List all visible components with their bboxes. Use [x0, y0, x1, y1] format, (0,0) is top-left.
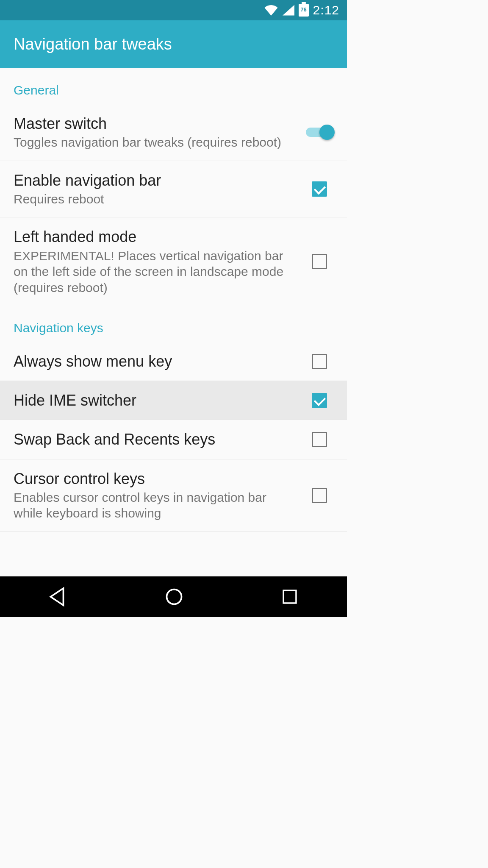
left-handed-title: Left handed mode	[14, 228, 295, 246]
enable-nav-sub: Requires reboot	[14, 191, 295, 207]
battery-icon: 76	[299, 4, 309, 17]
left-handed-checkbox[interactable]	[312, 254, 327, 269]
recents-icon[interactable]	[280, 587, 299, 606]
enable-nav-title: Enable navigation bar	[14, 171, 295, 189]
enable-nav-checkbox[interactable]	[312, 181, 327, 197]
cursor-ctrl-title: Cursor control keys	[14, 470, 295, 488]
always-menu-checkbox[interactable]	[312, 354, 327, 369]
app-bar: Navigation bar tweaks	[0, 20, 347, 68]
row-left-handed[interactable]: Left handed mode EXPERIMENTAL! Places ve…	[0, 217, 347, 306]
left-handed-sub: EXPERIMENTAL! Places vertical navigation…	[14, 248, 295, 296]
swap-back-checkbox[interactable]	[312, 432, 327, 447]
row-always-menu[interactable]: Always show menu key	[0, 342, 347, 381]
master-switch-title: Master switch	[14, 114, 295, 133]
home-icon[interactable]	[164, 586, 185, 607]
cursor-ctrl-checkbox[interactable]	[312, 488, 327, 503]
phone-frame: 76 2:12 Navigation bar tweaks General Ma…	[0, 0, 347, 617]
master-switch-toggle[interactable]	[306, 124, 333, 141]
status-bar: 76 2:12	[0, 0, 347, 20]
clock: 2:12	[313, 3, 339, 17]
cursor-ctrl-sub: Enables cursor control keys in navigatio…	[14, 490, 295, 521]
svg-rect-1	[283, 590, 296, 603]
row-hide-ime[interactable]: Hide IME switcher	[0, 381, 347, 420]
back-icon[interactable]	[47, 586, 69, 607]
settings-list[interactable]: General Master switch Toggles navigation…	[0, 68, 347, 576]
signal-icon	[283, 5, 294, 16]
page-title: Navigation bar tweaks	[14, 35, 172, 53]
section-navkeys-header: Navigation keys	[0, 306, 347, 342]
hide-ime-checkbox[interactable]	[312, 393, 327, 408]
wifi-icon	[264, 5, 278, 16]
master-switch-sub: Toggles navigation bar tweaks (requires …	[14, 134, 295, 150]
svg-point-0	[167, 590, 182, 604]
always-menu-title: Always show menu key	[14, 352, 295, 370]
row-enable-nav[interactable]: Enable navigation bar Requires reboot	[0, 161, 347, 218]
system-nav-bar	[0, 576, 347, 617]
swap-back-title: Swap Back and Recents keys	[14, 430, 295, 448]
row-master-switch[interactable]: Master switch Toggles navigation bar twe…	[0, 104, 347, 161]
row-swap-back[interactable]: Swap Back and Recents keys	[0, 420, 347, 459]
section-general-header: General	[0, 68, 347, 104]
hide-ime-title: Hide IME switcher	[14, 391, 295, 409]
row-cursor-ctrl[interactable]: Cursor control keys Enables cursor contr…	[0, 459, 347, 532]
battery-level: 76	[299, 6, 309, 13]
